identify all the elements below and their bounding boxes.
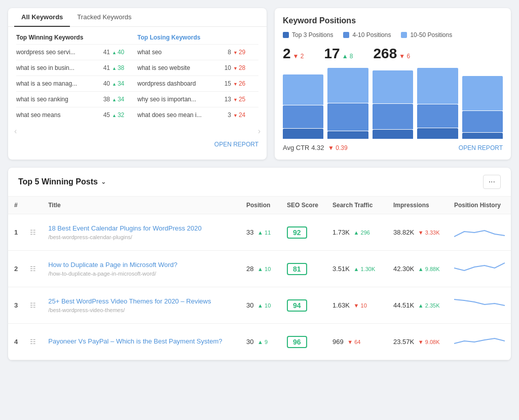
post-impressions: 23.57K ▼ 9.08K [387, 324, 448, 360]
avg-ctr-change: ▼ 0.39 [328, 144, 348, 151]
winning-keyword-change: 40 [112, 49, 137, 56]
bar-segment [462, 111, 503, 132]
losing-keyword-name: what does seo mean i... [137, 111, 213, 119]
legend-color [283, 32, 289, 38]
mini-chart [454, 331, 505, 351]
scroll-left-arrow[interactable]: ‹ [10, 125, 21, 138]
stat-item: 17▲ 8 [324, 46, 353, 62]
bottom-header: Top 5 Winning Posts ⌄ ··· [8, 168, 511, 196]
bar-segment [373, 104, 413, 129]
tab-tracked-keywords[interactable]: Tracked Keywords [70, 8, 138, 27]
post-impressions: 38.82K ▼ 3.33K [387, 214, 448, 251]
losing-keyword-change: 28 [233, 64, 258, 71]
losing-keyword-pos: 15 [213, 80, 233, 87]
impressions-change: ▼ 3.33K [418, 230, 440, 236]
scroll-right-arrow[interactable]: › [254, 125, 265, 138]
col-impressions: Impressions [387, 197, 448, 214]
table-row: wordpress seo servi... 41 40 what seo 8 … [16, 44, 258, 60]
post-position: 33 ▲ 11 [240, 214, 281, 251]
post-title-link[interactable]: 18 Best Event Calendar Plugins for WordP… [48, 224, 234, 232]
col-icon [24, 197, 42, 214]
post-history [448, 324, 511, 360]
seo-badge: 92 [287, 226, 307, 239]
post-title-link[interactable]: How to Duplicate a Page in Microsoft Wor… [48, 261, 234, 269]
legend-color [343, 32, 349, 38]
post-traffic: 1.73K ▲ 296 [326, 214, 387, 251]
legend-item: 4-10 Positions [343, 31, 391, 39]
winning-keyword-pos: 41 [92, 64, 112, 71]
losing-keyword-name: wordpress dashboard [137, 80, 213, 87]
winning-keyword-name: what is seo ranking [16, 96, 92, 103]
post-title-cell: 18 Best Event Calendar Plugins for WordP… [42, 214, 240, 251]
traffic-change: ▲ 1.30K [354, 266, 376, 272]
pos-change: ▲ 10 [257, 266, 271, 272]
pos-change: ▲ 10 [257, 302, 271, 309]
stat-item: 2▼ 2 [283, 46, 304, 62]
post-history [448, 251, 511, 287]
traffic-change: ▲ 296 [354, 230, 370, 236]
col-history: Position History [448, 197, 511, 214]
bottom-card: Top 5 Winning Posts ⌄ ··· # Title Positi… [8, 168, 511, 360]
positions-title: Keyword Positions [283, 16, 503, 25]
losing-keyword-name: what is seo website [137, 64, 213, 71]
winning-header: Top Winning Keywords [16, 34, 92, 41]
col-seo-score: SEO Score [281, 197, 326, 214]
post-num: 2 [8, 251, 24, 287]
post-url: /best-wordpress-calendar-plugins/ [48, 234, 132, 240]
bar-segment [417, 104, 458, 128]
col-position: Position [240, 197, 281, 214]
post-title-link[interactable]: 25+ Best WordPress Video Themes for 2020… [48, 297, 234, 305]
stat-number: 268 [374, 46, 397, 61]
mini-chart [454, 294, 505, 315]
losing-keyword-pos: 8 [213, 49, 233, 56]
dots-menu-button[interactable]: ··· [483, 175, 501, 189]
avg-ctr-label: Avg CTR [283, 144, 310, 151]
winning-keyword-change: 38 [112, 64, 137, 71]
legend-label: 10-50 Positions [410, 31, 452, 39]
post-title-cell: Payoneer Vs PayPal – Which is the Best P… [42, 324, 240, 360]
stat-number: 17 [324, 46, 340, 61]
mini-chart [454, 221, 505, 242]
post-title-cell: How to Duplicate a Page in Microsoft Wor… [42, 251, 240, 287]
post-num: 4 [8, 324, 24, 360]
post-history [448, 214, 511, 251]
losing-keyword-pos: 13 [213, 96, 233, 103]
losing-keyword-name: what seo [137, 49, 213, 56]
losing-keyword-pos: 3 [213, 111, 233, 119]
table-row: 2 ☷ How to Duplicate a Page in Microsoft… [8, 251, 511, 287]
post-url: /how-to-duplicate-a-page-in-microsoft-wo… [48, 271, 156, 277]
post-title-link[interactable]: Payoneer Vs PayPal – Which is the Best P… [48, 337, 234, 345]
posts-title: Top 5 Winning Posts ⌄ [18, 177, 106, 186]
table-row: 4 ☷ Payoneer Vs PayPal – Which is the Be… [8, 324, 511, 360]
stat-change: ▼ 6 [399, 53, 410, 60]
col-traffic: Search Traffic [326, 197, 387, 214]
bar-segment [327, 131, 368, 139]
bar-segment [327, 103, 368, 131]
positions-footer: Avg CTR 4.32 ▼ 0.39 OPEN REPORT [283, 144, 503, 151]
keywords-open-report[interactable]: OPEN REPORT [8, 138, 267, 153]
post-history [448, 287, 511, 324]
losing-keyword-change: 26 [233, 80, 258, 87]
legend-item: 10-50 Positions [401, 31, 452, 39]
post-seo-score: 81 [281, 251, 326, 287]
post-num: 1 [8, 214, 24, 251]
post-position: 30 ▲ 9 [240, 324, 281, 360]
losing-keyword-pos: 10 [213, 64, 233, 71]
positions-open-report[interactable]: OPEN REPORT [459, 144, 503, 151]
mini-chart [454, 258, 505, 278]
keywords-table: Top Winning Keywords Top Losing Keywords… [8, 27, 267, 123]
bar-segment [373, 70, 413, 103]
losing-keyword-name: why seo is importan... [137, 96, 213, 103]
stat-item: 268▼ 6 [374, 46, 411, 62]
post-icon: ☷ [24, 287, 42, 324]
winning-keyword-pos: 38 [92, 96, 112, 103]
traffic-change: ▼ 64 [347, 339, 360, 345]
traffic-change: ▼ 10 [354, 302, 367, 309]
positions-card: Keyword Positions Top 3 Positions4-10 Po… [275, 8, 511, 160]
legend-label: 4-10 Positions [352, 31, 391, 39]
post-icon: ☷ [24, 214, 42, 251]
post-position: 30 ▲ 10 [240, 287, 281, 324]
post-num: 3 [8, 287, 24, 324]
losing-keyword-change: 24 [233, 111, 258, 119]
tab-all-keywords[interactable]: All Keywords [14, 8, 70, 27]
